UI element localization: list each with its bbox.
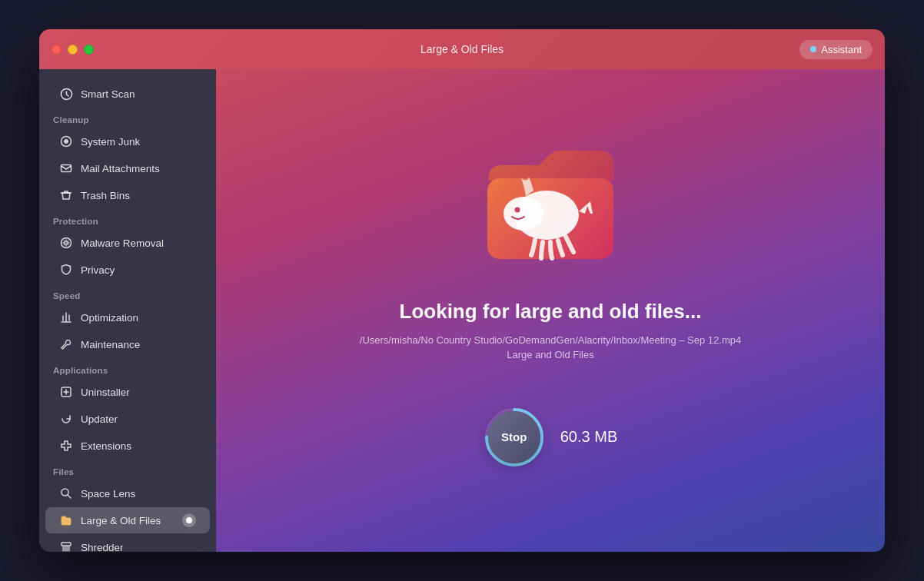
extensions-label: Extensions [81,440,131,452]
system-junk-icon [59,134,73,148]
updater-label: Updater [81,413,118,425]
smart-scan-label: Smart Scan [81,88,135,100]
sidebar-item-optimization[interactable]: Optimization [45,304,210,330]
sidebar-item-system-junk[interactable]: System Junk [45,128,210,154]
stop-button[interactable]: Stop [488,411,540,463]
privacy-icon [59,263,73,277]
assistant-label: Assistant [821,44,862,55]
traffic-lights [52,45,94,55]
trash-bins-icon [59,188,73,202]
sidebar-item-uninstaller[interactable]: Uninstaller [45,379,210,405]
maintenance-icon [59,337,73,351]
sidebar-item-trash-bins[interactable]: Trash Bins [45,182,210,208]
large-old-files-icon [59,513,73,527]
app-icon [474,123,627,277]
uninstaller-label: Uninstaller [81,387,130,398]
sidebar-item-privacy[interactable]: Privacy [45,257,210,283]
main-heading: Looking for large and old files... [400,300,702,324]
malware-removal-label: Malware Removal [81,237,164,249]
extensions-icon [59,439,73,453]
sidebar: Smart Scan Cleanup System Junk [39,69,216,552]
stop-button-container: Stop [484,407,545,468]
system-junk-label: System Junk [81,136,140,148]
optimization-label: Optimization [81,312,138,324]
space-lens-icon [59,486,73,500]
stop-area: Stop 60.3 MB [484,407,617,468]
sidebar-item-shredder[interactable]: Shredder [45,534,210,552]
app-window: Large & Old Files Assistant Smart Scan C… [39,29,885,552]
large-old-files-label: Large & Old Files [81,515,161,526]
section-label-files: Files [39,460,216,480]
mail-attachments-label: Mail Attachments [81,163,160,174]
window-title: Large & Old Files [420,43,504,55]
section-label-speed: Speed [39,284,216,304]
maintenance-label: Maintenance [81,339,140,350]
shredder-icon [59,540,73,552]
scan-path: /Users/misha/No Country Studio/GoDemandG… [360,334,741,346]
smart-scan-icon [59,87,73,101]
privacy-label: Privacy [81,264,115,276]
section-label-applications: Applications [39,358,216,378]
content-area: Smart Scan Cleanup System Junk [39,69,885,552]
malware-removal-icon [59,236,73,250]
sidebar-item-large-old-files[interactable]: Large & Old Files [45,507,210,533]
uninstaller-icon [59,385,73,399]
minimize-button[interactable] [68,45,78,55]
assistant-dot-icon [810,46,816,52]
shredder-label: Shredder [81,542,124,553]
svg-point-6 [186,517,192,523]
sidebar-item-updater[interactable]: Updater [45,406,210,432]
svg-rect-2 [61,165,71,172]
sidebar-item-maintenance[interactable]: Maintenance [45,331,210,357]
sidebar-item-mail-attachments[interactable]: Mail Attachments [45,155,210,181]
sidebar-item-extensions[interactable]: Extensions [45,433,210,459]
sidebar-item-malware-removal[interactable]: Malware Removal [45,230,210,256]
assistant-button[interactable]: Assistant [799,40,872,59]
mail-attachments-icon [59,161,73,175]
svg-rect-7 [61,543,71,546]
scan-size: 60.3 MB [560,428,617,446]
sidebar-item-smart-scan[interactable]: Smart Scan [45,81,210,107]
svg-point-11 [515,207,520,212]
close-button[interactable] [52,45,61,55]
updater-icon [59,412,73,426]
svg-point-10 [504,197,543,231]
active-badge [182,513,196,527]
space-lens-label: Space Lens [81,488,135,500]
maximize-button[interactable] [84,45,94,55]
section-label-protection: Protection [39,209,216,229]
scan-category: Large and Old Files [507,349,593,360]
section-label-cleanup: Cleanup [39,108,216,128]
titlebar: Large & Old Files Assistant [39,29,885,69]
optimization-icon [59,310,73,324]
trash-bins-label: Trash Bins [81,190,130,201]
sidebar-item-space-lens[interactable]: Space Lens [45,480,210,506]
main-content: Looking for large and old files... /User… [216,69,885,552]
